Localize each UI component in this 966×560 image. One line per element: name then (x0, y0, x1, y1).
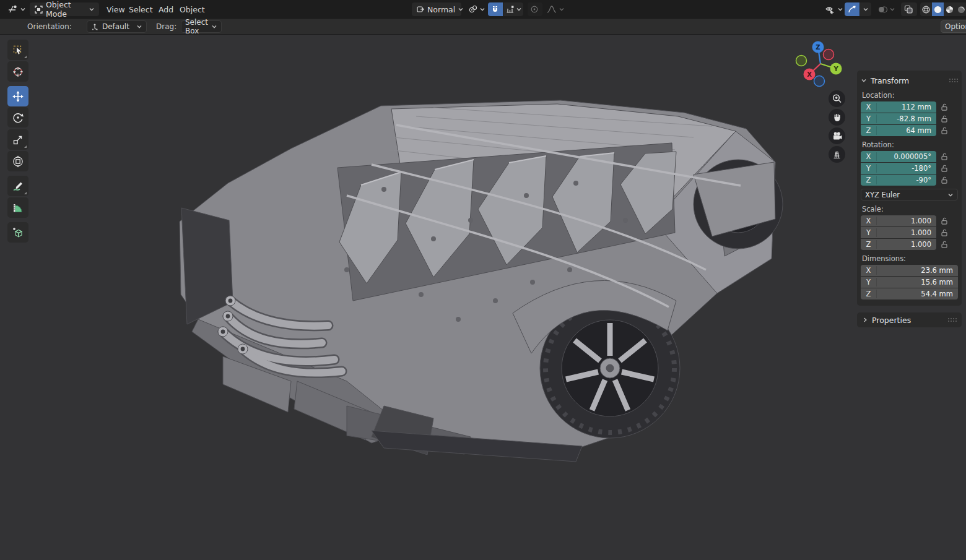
gizmo-axis-x[interactable]: X (804, 69, 816, 80)
pivot-point-dropdown[interactable] (466, 2, 488, 16)
shading-solid-button[interactable] (932, 2, 944, 16)
tool-add-cube[interactable] (7, 222, 28, 243)
unlock-icon (940, 176, 949, 184)
chevron-down-icon (947, 192, 954, 198)
dimension-z-field[interactable]: Z 54.4 mm (861, 288, 958, 299)
mode-dropdown[interactable]: Object Mode (30, 2, 99, 16)
field-value: 54.4 mm (877, 290, 958, 298)
perspective-grid-button[interactable] (829, 146, 845, 163)
pan-view-button[interactable] (829, 109, 845, 126)
dimension-x-field[interactable]: X 23.6 mm (861, 265, 958, 276)
shading-rendered-button[interactable] (955, 5, 966, 14)
rotation-z-field[interactable]: Z -90° (861, 174, 936, 186)
rotation-mode-value: XYZ Euler (865, 191, 947, 199)
lock-rotation-y[interactable] (939, 163, 949, 173)
menu-select[interactable]: Select (125, 0, 157, 19)
location-y-field[interactable]: Y -82.8 mm (861, 113, 936, 124)
scale-z-field[interactable]: Z 1.000 (861, 239, 936, 250)
properties-panel-header[interactable]: Properties (857, 312, 962, 327)
axis-label: X (861, 266, 877, 275)
model-lego-supercar[interactable] (0, 35, 966, 560)
snap-settings-dropdown[interactable] (503, 2, 523, 16)
transform-title: Transform (871, 76, 944, 85)
lock-location-z[interactable] (939, 126, 949, 136)
proportional-falloff-dropdown[interactable] (544, 2, 567, 16)
rotation-label: Rotation: (862, 140, 957, 149)
gizmo-axis-y[interactable]: Y (830, 63, 842, 75)
location-z-field[interactable]: Z 64 mm (861, 125, 936, 136)
axis-label: X (861, 103, 877, 111)
transform-panel: Transform Location: X 112 mm Y -82.8 mm (857, 71, 962, 306)
chevron-down-icon (136, 24, 142, 30)
panel-grip-icon[interactable] (947, 317, 957, 323)
rotation-mode-dropdown[interactable]: XYZ Euler (861, 189, 958, 200)
zoom-view-button[interactable] (829, 90, 845, 107)
rotation-x-field[interactable]: X 0.000005° (861, 151, 936, 162)
orientation-value: Normal (427, 5, 455, 14)
scale-x-field[interactable]: X 1.000 (861, 215, 936, 226)
tool-transform[interactable] (7, 151, 28, 171)
menu-object[interactable]: Object (176, 0, 209, 19)
gizmo-axis-neg-z[interactable] (814, 76, 825, 87)
tool-rotate[interactable] (7, 107, 28, 127)
tool-measure[interactable] (7, 197, 28, 218)
field-value: 1.000 (877, 228, 936, 237)
gizmo-axis-neg-y[interactable] (796, 56, 807, 66)
tool-scale[interactable] (7, 129, 28, 150)
menu-add[interactable]: Add (155, 0, 177, 19)
chevron-right-icon (862, 317, 868, 323)
lock-scale-y[interactable] (939, 228, 949, 238)
show-overlays-toggle[interactable] (875, 2, 898, 16)
snap-toggle[interactable] (488, 2, 503, 16)
panel-grip-icon[interactable] (948, 77, 958, 84)
tool-move[interactable] (7, 86, 28, 106)
tool-orientation-dropdown[interactable]: Default (87, 20, 147, 33)
transform-orientation-dropdown[interactable]: Normal (412, 2, 461, 16)
transform-panel-header[interactable]: Transform (861, 74, 958, 87)
tool-cursor[interactable] (7, 61, 28, 82)
scale-y-field[interactable]: Y 1.000 (861, 227, 936, 238)
tool-select-box[interactable] (7, 40, 28, 60)
tool-annotate[interactable] (7, 176, 28, 196)
proportional-circle-icon (530, 5, 539, 14)
lock-rotation-z[interactable] (939, 175, 949, 185)
axis-label: Z (861, 176, 877, 184)
lock-scale-x[interactable] (939, 216, 949, 226)
xray-toggle[interactable] (901, 2, 917, 16)
shading-wireframe-button[interactable] (920, 5, 932, 14)
svg-text:Y: Y (833, 66, 838, 72)
chevron-down-icon (559, 6, 565, 12)
lock-location-x[interactable] (939, 102, 949, 112)
show-gizmo-toggle[interactable] (845, 2, 859, 16)
solid-sphere-icon (933, 5, 942, 14)
hand-icon (832, 112, 842, 123)
drag-mode-dropdown[interactable]: Select Box (181, 20, 222, 33)
gizmo-settings-dropdown[interactable] (860, 2, 871, 16)
scale-icon (12, 134, 24, 146)
lock-scale-z[interactable] (939, 239, 949, 249)
lock-rotation-x[interactable] (939, 152, 949, 162)
location-x-field[interactable]: X 112 mm (861, 101, 936, 113)
properties-title: Properties (872, 316, 943, 325)
zoom-icon (832, 93, 842, 104)
lock-location-y[interactable] (939, 114, 949, 124)
shading-material-button[interactable] (944, 5, 955, 14)
falloff-curve-icon (546, 5, 557, 14)
field-value: 64 mm (877, 126, 936, 135)
object-visibility-dropdown[interactable] (822, 2, 846, 16)
gizmo-axis-neg-x[interactable] (824, 50, 834, 60)
navigation-gizmo[interactable]: Z Y X (793, 37, 848, 93)
gizmo-axis-z[interactable]: Z (812, 41, 824, 53)
field-value: 23.6 mm (877, 266, 958, 275)
proportional-editing-toggle[interactable] (528, 2, 542, 16)
axis-cursor-icon (91, 23, 99, 31)
wireframe-sphere-icon (921, 5, 931, 14)
dimension-y-field[interactable]: Y 15.6 mm (861, 277, 958, 288)
options-button[interactable]: Options (941, 20, 966, 33)
camera-view-button[interactable] (829, 127, 845, 144)
unlock-icon (940, 240, 949, 249)
rotation-y-field[interactable]: Y -180° (861, 163, 936, 174)
viewport-3d[interactable]: Z Y X (0, 35, 966, 560)
editor-type-button[interactable] (5, 2, 28, 16)
axis-label: X (861, 217, 877, 225)
